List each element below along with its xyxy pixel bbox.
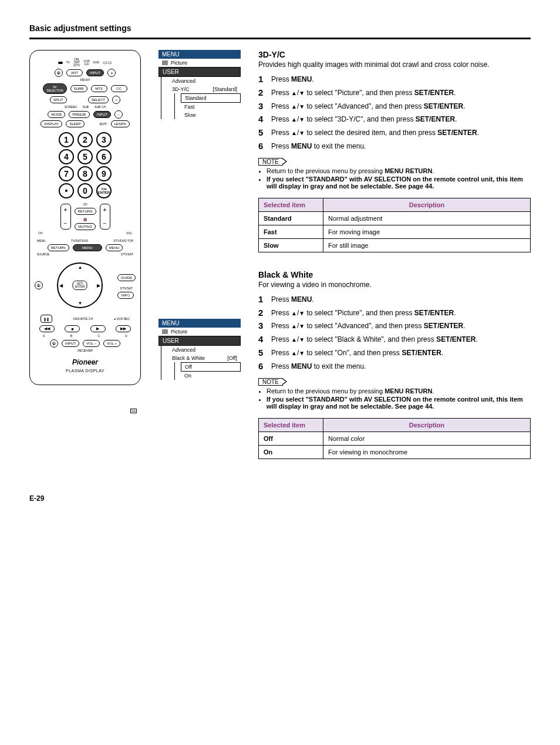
surr-button[interactable]: SURR bbox=[70, 85, 87, 92]
dpad-down-icon: ▼ bbox=[78, 301, 83, 306]
info-button[interactable]: INFO bbox=[117, 292, 134, 299]
osd-value: [Standard] bbox=[212, 86, 237, 92]
subch-label: SUB CH bbox=[95, 106, 106, 109]
digit-8[interactable]: 8 bbox=[77, 166, 93, 181]
input-button[interactable]: INPUT bbox=[86, 69, 104, 76]
table-row: SlowFor still image bbox=[259, 238, 531, 252]
vol-plus[interactable]: VOL + bbox=[103, 340, 120, 347]
step-text: Press ▲/▼ to select "3D-Y/C", and then p… bbox=[271, 114, 531, 124]
step-text: Press ▲/▼ to select "Advanced", and then… bbox=[271, 102, 531, 112]
plus-button[interactable]: + bbox=[112, 96, 120, 104]
set-enter-button[interactable]: SET/ ENTER bbox=[73, 281, 87, 290]
osd-picture: Picture bbox=[171, 329, 237, 335]
tvsat-label: TV/SAT/DVD bbox=[71, 240, 88, 242]
minus-button[interactable]: − bbox=[114, 110, 123, 119]
favorite-label: FAVORITE CH bbox=[73, 318, 93, 321]
ant-button[interactable]: ANT bbox=[66, 69, 83, 76]
step: 1Press MENU. bbox=[258, 295, 531, 305]
digit-dot[interactable]: • bbox=[59, 183, 74, 198]
cell-desc: Normal adjustment bbox=[323, 211, 531, 225]
split-button[interactable]: SPLIT bbox=[50, 96, 67, 103]
mts-button[interactable]: MTS bbox=[91, 85, 107, 92]
display-button[interactable]: DISPLAY bbox=[41, 120, 62, 127]
table-3dyc: Selected itemDescription StandardNormal … bbox=[258, 198, 531, 252]
step-text: Press ▲/▼ to select "On", and then press… bbox=[271, 348, 531, 358]
source-power[interactable]: ⏻ bbox=[35, 281, 43, 289]
step-text: Press MENU. bbox=[271, 295, 531, 305]
step: 6Press MENU to exit the menu. bbox=[258, 362, 531, 372]
select-button[interactable]: SELECT bbox=[88, 96, 109, 103]
stop-button[interactable]: ■ bbox=[65, 325, 80, 332]
ch-enter-button[interactable]: CH ENTER bbox=[96, 183, 112, 198]
section-3dyc-title: 3D-Y/C bbox=[258, 50, 531, 59]
digit-0[interactable]: 0 bbox=[77, 183, 93, 198]
section-bw-title: Black & White bbox=[258, 270, 531, 279]
th-desc: Description bbox=[323, 198, 531, 211]
step: 5Press ▲/▼ to select "On", and then pres… bbox=[258, 348, 531, 358]
osd-advanced: Advanced bbox=[168, 77, 241, 85]
step: 4Press ▲/▼ to select "Black & White", an… bbox=[258, 335, 531, 345]
source-label: SOURCE bbox=[37, 253, 49, 256]
digit-1[interactable]: 1 bbox=[59, 132, 74, 147]
table-row: OffNormal color bbox=[259, 432, 531, 445]
osd-user: USER bbox=[158, 336, 241, 346]
fastfwd-button[interactable]: ▶▶ bbox=[116, 325, 131, 332]
picture-icon bbox=[162, 329, 168, 334]
digit-3[interactable]: 3 bbox=[96, 132, 112, 147]
note-item: Return to the previous menu by pressing … bbox=[266, 387, 531, 395]
guide-button[interactable]: GUIDE bbox=[117, 274, 136, 281]
rewind-button[interactable]: ◀◀ bbox=[39, 325, 55, 332]
digit-4[interactable]: 4 bbox=[59, 149, 74, 164]
receiver-power[interactable]: ⏻ bbox=[50, 339, 58, 348]
step-number: 6 bbox=[258, 141, 266, 150]
receiver-input[interactable]: INPUT bbox=[62, 340, 79, 347]
section-3dyc-desc: Provides high quality images with minima… bbox=[258, 60, 531, 69]
input2-button[interactable]: INPUT bbox=[93, 111, 111, 118]
cell-desc: For viewing in monochrome bbox=[323, 445, 531, 459]
freeze-button[interactable]: FREEZE bbox=[69, 111, 90, 118]
step-number: 2 bbox=[258, 308, 266, 317]
muting-button[interactable]: MUTING bbox=[75, 223, 96, 230]
menu-button-r[interactable]: MENU bbox=[106, 244, 123, 251]
play-button[interactable]: ▶ bbox=[90, 325, 106, 332]
menu-button[interactable]: MENU bbox=[73, 244, 102, 251]
return-button[interactable]: RETURN bbox=[75, 208, 96, 215]
label-a: A bbox=[43, 335, 45, 338]
digit-5[interactable]: 5 bbox=[77, 149, 93, 164]
cc-button[interactable]: CC bbox=[111, 85, 127, 92]
step-text: Press ▲/▼ to select "Picture", and then … bbox=[271, 88, 531, 98]
note-item: If you select "STANDARD" with AV SELECTI… bbox=[266, 176, 531, 190]
osd-title: MENU bbox=[158, 319, 241, 328]
osd-opt-on: On bbox=[181, 372, 241, 380]
osd-opt-off: Off bbox=[181, 362, 241, 372]
learn-button[interactable]: LEARN bbox=[111, 120, 130, 127]
volume-rocker[interactable]: +− bbox=[100, 204, 110, 230]
step-number: 1 bbox=[258, 295, 266, 304]
mode-button[interactable]: MODE bbox=[48, 111, 65, 118]
step-number: 4 bbox=[258, 114, 266, 123]
digit-9[interactable]: 9 bbox=[96, 166, 112, 181]
digit-6[interactable]: 6 bbox=[96, 149, 112, 164]
digit-7[interactable]: 7 bbox=[59, 166, 74, 181]
light-button[interactable]: ✳ bbox=[107, 69, 116, 77]
step-text: Press ▲/▼ to select "Picture", and then … bbox=[271, 308, 531, 318]
vol-minus[interactable]: VOL – bbox=[83, 340, 100, 347]
note-label: NOTE bbox=[258, 158, 283, 166]
ir-led bbox=[58, 62, 63, 64]
menu-return-button[interactable]: RETURN bbox=[48, 244, 69, 251]
step-number: 4 bbox=[258, 335, 266, 343]
channel-rocker[interactable]: +− bbox=[60, 204, 71, 230]
power-button[interactable]: ⏻ bbox=[55, 69, 63, 77]
sleep-button[interactable]: SLEEP bbox=[66, 120, 84, 127]
dpad[interactable]: ▲ ▼ ◀ ▶ SET/ ENTER bbox=[53, 259, 106, 312]
vcrrec-label: ● VCR REC bbox=[114, 318, 130, 321]
cell-item: Off bbox=[259, 432, 323, 445]
label-c: C bbox=[97, 335, 100, 338]
note-item: Return to the previous menu by pressing … bbox=[266, 167, 531, 174]
osd-opt-slow: Slow bbox=[181, 111, 241, 119]
digit-2[interactable]: 2 bbox=[77, 132, 93, 147]
osd-opt-standard: Standard bbox=[181, 93, 241, 103]
pause-button[interactable]: ❚❚ bbox=[41, 315, 52, 323]
av-selection-button[interactable]: AV SELECTION bbox=[43, 83, 66, 94]
step-text: Press ▲/▼ to select "Black & White", and… bbox=[271, 335, 531, 345]
